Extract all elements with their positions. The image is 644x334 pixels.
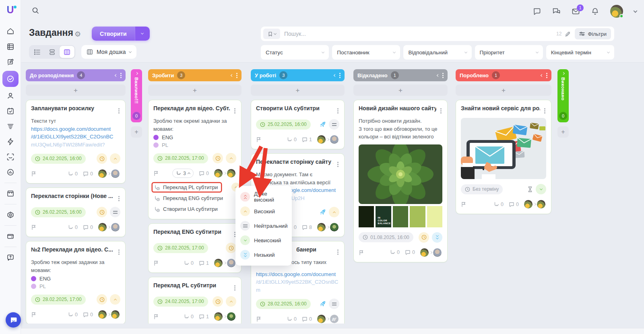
flag-icon[interactable] [359,249,364,256]
assignee-avatars[interactable] [316,134,339,144]
list-view-button[interactable] [30,46,45,58]
column-menu-icon[interactable] [120,75,122,76]
assignee-avatars[interactable] [523,199,546,209]
flag-icon[interactable] [256,136,262,142]
global-search-icon[interactable] [31,6,39,14]
user-avatar[interactable] [610,5,623,18]
priority-high-button[interactable] [110,153,120,164]
wallet-icon[interactable] [2,229,19,243]
subtasks-count[interactable]: 0 [390,249,400,255]
card-menu-icon[interactable] [543,105,546,114]
subtasks-count[interactable]: 0 [287,137,297,142]
column-header[interactable]: Пороблено1 [456,69,551,81]
collapse-column-icon[interactable] [231,74,233,76]
rocket-icon[interactable] [320,301,326,307]
subtask-row[interactable]: Переклад ENG субтитри [151,193,239,204]
comments-count[interactable]: 0 [199,171,209,176]
calendar-icon[interactable] [2,104,19,118]
filters-button[interactable]: Фільтри [575,28,611,39]
comments-count[interactable]: 0 [83,225,93,230]
column-menu-icon[interactable] [236,75,237,76]
column-header[interactable]: До розподілення4 [26,69,126,81]
assignee-avatars[interactable] [213,168,236,178]
subtask-row[interactable]: Переклад PL субтитри [151,182,239,193]
comments-count[interactable]: 1 [199,314,209,320]
priority-option-highest[interactable]: Дуже високий [235,190,292,204]
flag-icon[interactable] [31,224,37,230]
group-chat-icon[interactable] [552,7,561,16]
reminder-clock-button[interactable] [226,243,236,253]
task-card[interactable]: Переклад PL субтитри 24.02.2025, 17:00 0… [148,277,242,324]
create-task-button[interactable]: Створити [92,27,150,41]
comments-count[interactable]: 1 [199,260,209,266]
add-task-button[interactable]: + [353,85,448,96]
add-task-button[interactable]: + [251,85,345,96]
search-input[interactable] [284,31,556,37]
collapse-column-icon[interactable] [334,74,336,76]
due-date-pill[interactable]: 28.02.2025, 16:00 [256,299,311,309]
app-logo[interactable]: U [6,4,14,16]
reminder-clock-button[interactable] [419,232,429,243]
task-card[interactable]: Перекласти сторінки (Нове ... 26.02.2025… [26,188,126,237]
column-menu-icon[interactable] [442,75,444,76]
add-task-button[interactable]: + [456,85,551,96]
column-header[interactable]: Відкладено1 [353,69,448,81]
assignee-avatars[interactable] [213,258,236,268]
assignee-avatars[interactable] [213,311,236,322]
home-icon[interactable] [2,25,19,38]
flag-icon[interactable] [31,311,37,318]
subtasks-count[interactable]: 0 [184,314,194,320]
tab-done[interactable]: Виконано 0 [557,69,569,122]
settings-icon[interactable] [2,208,19,222]
rocket-icon[interactable] [320,121,326,128]
due-date-pill[interactable]: 01.08.2025, 16:00 [359,232,413,242]
column-menu-icon[interactable] [546,75,547,76]
task-search-bar[interactable]: 12 Фільтри [261,27,614,41]
due-date-pill[interactable]: 28.02.2025, 17:00 [31,295,86,305]
column-header[interactable]: Зробити3 [148,69,242,81]
card-menu-icon[interactable] [336,246,339,256]
priority-neutral-button[interactable] [329,299,339,309]
reminder-clock-button[interactable] [97,294,107,305]
priority-high-button[interactable] [226,153,236,163]
tasks-icon-active[interactable] [2,71,19,87]
flag-icon[interactable] [461,201,466,207]
filter-assignee[interactable]: Відповідальний [403,45,471,60]
support-chat-button[interactable] [6,312,21,328]
column-header[interactable]: У роботі3 [251,69,345,81]
help-icon[interactable] [2,251,19,264]
assignee-avatars[interactable] [419,247,442,258]
reminder-clock-button[interactable] [97,207,107,217]
card-menu-icon[interactable] [118,105,120,114]
priority-high-button[interactable] [110,294,120,305]
create-dropdown-caret[interactable] [135,27,150,41]
team-icon[interactable] [2,89,19,103]
succulent-photo[interactable] [359,144,442,204]
filter-status[interactable]: Статус [261,45,329,60]
page-settings-gear-icon[interactable]: ⚙ [74,30,81,39]
due-date-pill[interactable]: 24.02.2025, 16:00 [31,154,86,164]
saved-search-bookmark-icon[interactable] [263,29,280,39]
flag-icon[interactable] [256,316,262,322]
comments-count[interactable]: 0 [83,171,93,177]
task-card[interactable]: Новий дизайн нашого сайту Потрібно онови… [353,100,448,262]
task-card[interactable]: Переклад ENG субтитри 28.02.2025, 17:00 … [148,223,242,273]
card-menu-icon[interactable] [440,105,442,114]
horizontal-scrollbar[interactable] [21,328,644,334]
flag-icon[interactable] [153,313,159,320]
create-task-label[interactable]: Створити [92,27,135,41]
collapse-column-icon[interactable] [437,74,440,76]
subtasks-toggle[interactable]: 3 [172,169,194,178]
expand-icon[interactable] [561,72,564,75]
card-menu-icon[interactable] [233,282,236,291]
notifications-bell-icon[interactable] [591,7,599,16]
comments-count[interactable]: 0 [83,312,93,318]
add-task-button[interactable]: + [148,85,242,96]
priority-option-neutral[interactable]: Нейтральний [235,219,292,233]
board-view-button-active[interactable] [60,46,74,58]
board-selector[interactable]: Моя дошка [81,45,136,59]
mailing-illustration[interactable] [461,118,546,179]
tab-important[interactable]: Важливо!!! 0 [131,69,142,122]
card-link[interactable]: /d/1iEtGLLXI9yetS22BK_C2OsnBC [31,133,120,141]
flag-icon[interactable] [31,171,37,177]
